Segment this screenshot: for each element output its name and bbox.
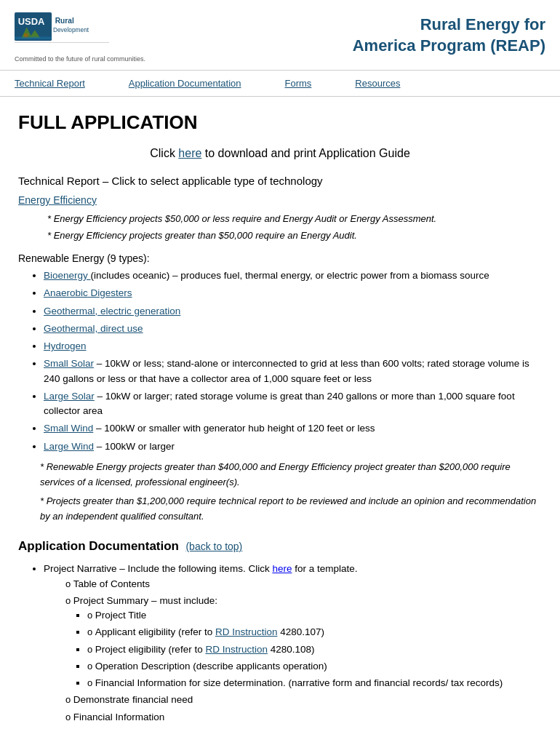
list-item: Project eligibility (refer to RD Instruc… bbox=[87, 642, 542, 657]
project-eligibility-suffix: 4280.108) bbox=[268, 644, 315, 655]
main-content: FULL APPLICATION Click here to download … bbox=[0, 97, 560, 742]
list-item: Demonstrate financial need bbox=[65, 693, 542, 707]
project-narrative-prefix: Project Narrative – Include the followin… bbox=[44, 563, 272, 574]
svg-text:Rural: Rural bbox=[55, 17, 74, 25]
ee-note2: * Energy Efficiency projects greater tha… bbox=[47, 228, 542, 243]
header: USDA Rural Development Committed to the … bbox=[0, 0, 560, 71]
svg-rect-4 bbox=[15, 42, 109, 43]
footnote2: * Projects greater than $1,200,000 requi… bbox=[40, 494, 542, 525]
download-suffix: to download and print Application Guide bbox=[201, 147, 409, 159]
small-wind-link[interactable]: Small Wind bbox=[44, 423, 93, 434]
svg-rect-8 bbox=[15, 37, 52, 40]
rd-instruction-108-link[interactable]: RD Instruction bbox=[205, 644, 268, 655]
app-doc-heading: Application Documentation (back to top) bbox=[18, 539, 542, 554]
bioenergy-rest: (includes oceanic) – produces fuel, ther… bbox=[91, 270, 489, 281]
project-narrative-suffix: for a template. bbox=[292, 563, 357, 574]
download-line: Click here to download and print Applica… bbox=[18, 147, 542, 160]
list-item: Large Solar – 10kW or larger; rated stor… bbox=[44, 389, 542, 419]
renewable-list: Bioenergy (includes oceanic) – produces … bbox=[44, 268, 542, 454]
list-item: Financial Information bbox=[65, 710, 542, 725]
app-doc-heading-text: Application Documentation bbox=[18, 539, 179, 553]
anaerobic-link[interactable]: Anaerobic Digesters bbox=[44, 287, 132, 298]
geothermal-electric-link[interactable]: Geothermal, electric generation bbox=[44, 306, 180, 316]
back-to-top-link[interactable]: (back to top) bbox=[185, 541, 242, 552]
applicant-eligibility-prefix: Applicant eligibility (refer to bbox=[95, 626, 215, 637]
header-title: Rural Energy for America Program (REAP) bbox=[353, 11, 545, 56]
list-item: Table of Contents bbox=[65, 577, 542, 591]
rd-instruction-107-link[interactable]: RD Instruction bbox=[215, 626, 278, 637]
small-solar-rest: – 10kW or less; stand-alone or interconn… bbox=[44, 358, 529, 383]
project-summary-label: Project Summary – must include: bbox=[73, 595, 217, 606]
renewable-heading: Renewable Energy (9 types): bbox=[18, 252, 542, 264]
geothermal-direct-link[interactable]: Geothermal, direct use bbox=[44, 323, 143, 334]
download-prefix: Click bbox=[150, 147, 178, 159]
tech-report-label: Technical Report bbox=[18, 175, 100, 187]
header-title-text: Rural Energy for America Program (REAP) bbox=[353, 15, 545, 56]
app-doc-list: Project Narrative – Include the followin… bbox=[44, 561, 542, 725]
small-solar-link[interactable]: Small Solar bbox=[44, 358, 94, 369]
list-item: Small Wind – 100kW or smaller with gener… bbox=[44, 421, 542, 436]
svg-text:USDA: USDA bbox=[18, 16, 45, 27]
operation-description-item: Operation Description (describe applican… bbox=[95, 661, 327, 672]
large-wind-rest: – 100kW or larger bbox=[94, 441, 175, 452]
list-item: Project Summary – must include: Project … bbox=[65, 594, 542, 691]
list-item: Hydrogen bbox=[44, 339, 542, 354]
large-solar-link[interactable]: Large Solar bbox=[44, 391, 95, 402]
list-item: Geothermal, electric generation bbox=[44, 304, 542, 319]
header-title-line1: Rural Energy for bbox=[420, 15, 545, 33]
energy-efficiency-link[interactable]: Energy Efficiency bbox=[18, 194, 542, 206]
usda-logo-svg: USDA Rural Development bbox=[15, 11, 109, 53]
tech-report-suffix: – Click to select applicable type of tec… bbox=[100, 175, 323, 187]
financial-info-item: Financial Information for size determina… bbox=[95, 677, 503, 688]
header-title-line2: America Program (REAP) bbox=[353, 36, 545, 55]
svg-text:Development: Development bbox=[53, 26, 89, 33]
project-summary-sublist: Project Title Applicant eligibility (ref… bbox=[87, 608, 542, 690]
list-item: Bioenergy (includes oceanic) – produces … bbox=[44, 268, 542, 283]
list-item: Project Narrative – Include the followin… bbox=[44, 561, 542, 725]
list-item: Financial Information for size determina… bbox=[87, 676, 542, 690]
page-title: FULL APPLICATION bbox=[18, 111, 542, 134]
footnote1: * Renewable Energy projects greater than… bbox=[40, 460, 542, 490]
bioenergy-link[interactable]: Bioenergy bbox=[44, 270, 91, 281]
logo-tagline: Committed to the future of rural communi… bbox=[15, 55, 145, 63]
list-item: Applicant eligibility (refer to RD Instr… bbox=[87, 625, 542, 640]
table-of-contents: Table of Contents bbox=[73, 578, 150, 589]
list-item: Geothermal, direct use bbox=[44, 322, 542, 336]
project-narrative-here-link[interactable]: here bbox=[272, 563, 292, 574]
list-item: Operation Description (describe applican… bbox=[87, 659, 542, 674]
list-item: Project Title bbox=[87, 608, 542, 623]
demonstrate-financial-need: Demonstrate financial need bbox=[73, 694, 193, 705]
list-item: Anaerobic Digesters bbox=[44, 286, 542, 300]
applicant-eligibility-suffix: 4280.107) bbox=[277, 626, 324, 637]
large-wind-link[interactable]: Large Wind bbox=[44, 441, 94, 452]
list-item: Large Wind – 100kW or larger bbox=[44, 439, 542, 454]
project-eligibility-prefix: Project eligibility (refer to bbox=[95, 644, 206, 655]
nav-forms[interactable]: Forms bbox=[284, 78, 311, 89]
hydrogen-link[interactable]: Hydrogen bbox=[44, 340, 87, 351]
ee-note1: * Energy Efficiency projects $50,000 or … bbox=[47, 212, 542, 226]
nav-application-documentation[interactable]: Application Documentation bbox=[129, 78, 241, 89]
logo-section: USDA Rural Development Committed to the … bbox=[15, 11, 145, 63]
list-item: Small Solar – 10kW or less; stand-alone … bbox=[44, 356, 542, 386]
download-here-link[interactable]: here bbox=[178, 147, 201, 159]
nav-bar: Technical Report Application Documentati… bbox=[0, 71, 560, 97]
project-title-item: Project Title bbox=[95, 610, 147, 621]
project-narrative-sublist: Table of Contents Project Summary – must… bbox=[65, 577, 542, 725]
tech-report-heading: Technical Report – Click to select appli… bbox=[18, 175, 542, 187]
small-wind-rest: – 100kW or smaller with generator hub he… bbox=[93, 423, 375, 434]
nav-technical-report[interactable]: Technical Report bbox=[15, 78, 85, 89]
large-solar-rest: – 10kW or larger; rated storage volume i… bbox=[44, 391, 515, 416]
financial-information: Financial Information bbox=[73, 712, 164, 722]
nav-resources[interactable]: Resources bbox=[355, 78, 400, 89]
